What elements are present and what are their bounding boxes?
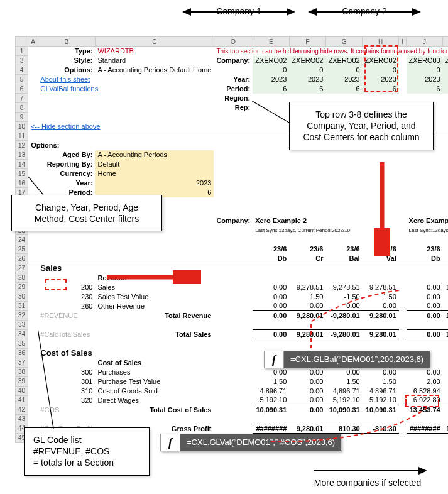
col-K[interactable]: K: [443, 37, 448, 47]
cell-E40[interactable]: 4,896.71: [253, 386, 289, 395]
revenue-tag[interactable]: #REVENUE: [38, 310, 95, 320]
cell-K40[interactable]: 0.00: [443, 386, 448, 395]
row-14[interactable]: 14: [16, 160, 28, 169]
cell-J30[interactable]: 0.00: [407, 292, 443, 301]
cell-J38[interactable]: 0.00: [407, 367, 443, 376]
name-320[interactable]: Direct Wages: [95, 395, 214, 405]
cell-E26[interactable]: Db: [253, 254, 289, 263]
glval-link[interactable]: GLValBal functions: [40, 85, 98, 92]
col-B[interactable]: B: [38, 37, 95, 47]
row-6[interactable]: 6: [16, 84, 28, 94]
row-39[interactable]: 39: [16, 376, 28, 386]
col-I[interactable]: I: [399, 37, 407, 47]
row-4[interactable]: 4: [16, 65, 28, 75]
repby-value[interactable]: Default: [95, 160, 214, 169]
col-E[interactable]: E: [253, 37, 289, 47]
cell-G25[interactable]: 23/6: [325, 244, 362, 254]
cell-J34[interactable]: 0.00: [407, 329, 443, 339]
cell-K38[interactable]: 0.00: [443, 367, 448, 376]
row-28[interactable]: 28: [16, 273, 28, 282]
cell-E3[interactable]: ZXERO02: [253, 56, 289, 65]
style-value[interactable]: Standard: [95, 56, 214, 65]
type-value[interactable]: WIZARDTB: [95, 47, 214, 56]
cell-J3[interactable]: ZXERO03: [407, 56, 443, 65]
cell-J32[interactable]: 0.00: [407, 310, 443, 320]
row-31[interactable]: 31: [16, 301, 28, 310]
cell-K6[interactable]: 6: [443, 84, 448, 94]
row-26[interactable]: 26: [16, 254, 28, 263]
cell-G3[interactable]: ZXERO02: [325, 56, 362, 65]
cell-E32[interactable]: 0.00: [253, 310, 289, 320]
code-260[interactable]: 260: [38, 301, 95, 310]
row-34[interactable]: 34: [16, 329, 28, 339]
cell-J5[interactable]: 2023: [407, 75, 443, 84]
row-16[interactable]: 16: [16, 178, 28, 188]
cell-K4[interactable]: 0: [443, 65, 448, 75]
row-25[interactable]: 25: [16, 244, 28, 254]
cell-K32[interactable]: 12,373.34: [443, 310, 448, 320]
cell-H41[interactable]: 5,192.10: [363, 395, 399, 405]
cell-F38[interactable]: 0.00: [289, 367, 325, 376]
row-37[interactable]: 37: [16, 358, 28, 367]
row-40[interactable]: 40: [16, 386, 28, 395]
cell-K25[interactable]: 23/6: [443, 244, 448, 254]
cell-G26[interactable]: Bal: [325, 254, 362, 263]
row-27[interactable]: 27: [16, 263, 28, 273]
cell-F26[interactable]: Cr: [289, 254, 325, 263]
cell-G38[interactable]: 0.00: [325, 367, 362, 376]
row-7[interactable]: 7: [16, 94, 28, 103]
name-301[interactable]: Purchase Test Value: [95, 376, 214, 386]
cell-K30[interactable]: 2.00: [443, 292, 448, 301]
cell-F6[interactable]: 6: [289, 84, 325, 94]
row-33[interactable]: 33: [16, 320, 28, 329]
col-D[interactable]: D: [214, 37, 253, 47]
cell-E30[interactable]: 0.00: [253, 292, 289, 301]
about-link[interactable]: About this sheet: [40, 75, 90, 83]
row-32[interactable]: 32: [16, 310, 28, 320]
cell-J25[interactable]: 23/6: [407, 244, 443, 254]
code-230[interactable]: 230: [38, 292, 95, 301]
cell-E4[interactable]: 0: [253, 65, 289, 75]
cell-K41[interactable]: 0.00: [443, 395, 448, 405]
cell-E6[interactable]: 6: [253, 84, 289, 94]
row-3[interactable]: 3: [16, 56, 28, 65]
hide-link[interactable]: <-- Hide section above: [31, 123, 100, 130]
cell-J29[interactable]: 0.00: [407, 282, 443, 292]
cell-E29[interactable]: 0.00: [253, 282, 289, 292]
row-1[interactable]: 1: [16, 47, 28, 56]
cell-E5[interactable]: 2023: [253, 75, 289, 84]
select-all-cell[interactable]: [16, 37, 28, 47]
row-10[interactable]: 10: [16, 122, 28, 131]
col-G[interactable]: G: [325, 37, 362, 47]
col-F[interactable]: F: [289, 37, 325, 47]
cell-G41[interactable]: 5,192.10: [325, 395, 362, 405]
cur-value[interactable]: Home: [95, 169, 214, 178]
cell-K39[interactable]: 0.00: [443, 376, 448, 386]
row-24[interactable]: 24: [16, 235, 28, 244]
cell-E34[interactable]: 0.00: [253, 329, 289, 339]
row-30[interactable]: 30: [16, 292, 28, 301]
cell-H39[interactable]: 1.50: [363, 376, 399, 386]
cell-K34[interactable]: 12,373.34: [443, 329, 448, 339]
cell-E38[interactable]: 0.00: [253, 367, 289, 376]
row-38[interactable]: 38: [16, 367, 28, 376]
cell-G6[interactable]: 6: [325, 84, 362, 94]
cell-G4[interactable]: 0: [325, 65, 362, 75]
cell-K26[interactable]: Cr: [443, 254, 448, 263]
options-value[interactable]: A - Accounting Periods,Default,Home: [95, 65, 214, 75]
aged-value[interactable]: A - Accounting Periods: [95, 150, 214, 160]
cell-J39[interactable]: 2.00: [407, 376, 443, 386]
row-35[interactable]: 35: [16, 339, 28, 348]
row-36[interactable]: 36: [16, 348, 28, 358]
row-11[interactable]: 11: [16, 131, 28, 141]
cell-J26[interactable]: Db: [407, 254, 443, 263]
cell-H40[interactable]: 4,896.71: [363, 386, 399, 395]
name-300[interactable]: Purchases: [95, 367, 214, 376]
name-230[interactable]: Sales Test Value: [95, 292, 214, 301]
cell-F3[interactable]: ZXERO02: [289, 56, 325, 65]
cell-K5[interactable]: 2023: [443, 75, 448, 84]
cell-J40[interactable]: 6,528.94: [407, 386, 443, 395]
col-J[interactable]: J: [407, 37, 443, 47]
row-9[interactable]: 9: [16, 113, 28, 122]
cell-K42[interactable]: 0.00: [443, 405, 448, 414]
